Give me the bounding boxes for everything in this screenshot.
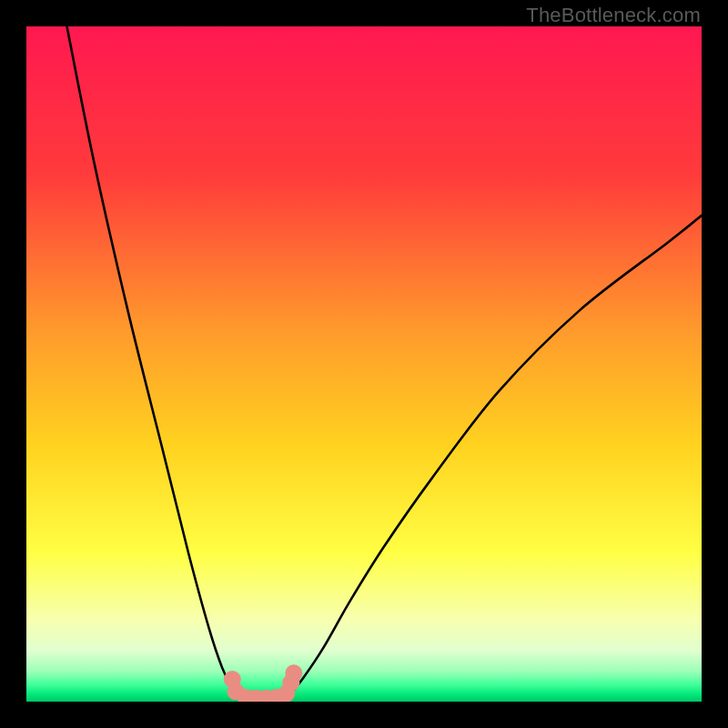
- watermark-text: TheBottleneck.com: [526, 4, 701, 27]
- outer-frame: TheBottleneck.com: [0, 0, 728, 728]
- trough-marker-dot: [285, 664, 302, 682]
- trough-markers: [224, 664, 303, 702]
- curve-right: [289, 216, 702, 695]
- plot-area: [26, 26, 702, 702]
- curves-layer: [26, 26, 702, 702]
- curve-left: [67, 26, 239, 696]
